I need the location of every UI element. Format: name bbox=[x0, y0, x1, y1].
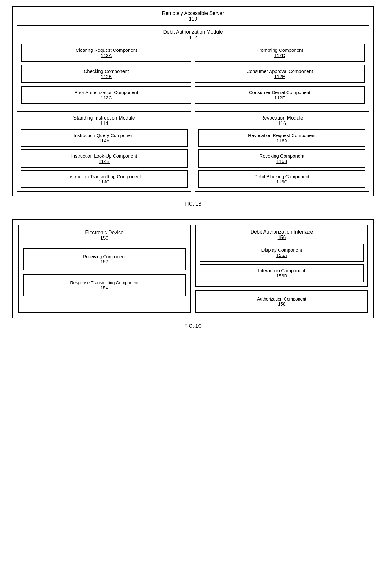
fig1c-right-col: Debit Authorization Interface 156 Displa… bbox=[195, 225, 368, 313]
component-112A: Clearing Request Component 112A bbox=[21, 44, 191, 62]
display-component-ref: 156A bbox=[204, 253, 359, 258]
receiving-component-name: Receiving Component bbox=[27, 254, 181, 259]
component-116B-name: Revoking Component bbox=[203, 153, 361, 159]
debit-auth-name: Debit Authorization Module bbox=[21, 29, 365, 35]
component-116A-name: Revocation Request Component bbox=[203, 133, 361, 138]
fig1c-label: FIG. 1C bbox=[184, 323, 202, 329]
component-112D: Prompting Component 112D bbox=[195, 44, 365, 62]
component-112E-ref: 112E bbox=[199, 74, 360, 79]
electronic-device-title: Electronic Device 150 bbox=[23, 230, 186, 241]
fig1b-label: FIG. 1B bbox=[184, 201, 201, 207]
response-transmitting-ref: 154 bbox=[27, 285, 181, 290]
receiving-component-ref: 152 bbox=[27, 259, 181, 264]
fig1c-outer-box: Electronic Device 150 Receiving Componen… bbox=[12, 219, 374, 318]
revocation-module-components: Revocation Request Component 116A Revoki… bbox=[198, 129, 365, 188]
revocation-module-name: Revocation Module bbox=[198, 115, 365, 121]
component-114B-name: Instruction Look-Up Component bbox=[25, 153, 183, 159]
debit-auth-module-box: Debit Authorization Module 112 Clearing … bbox=[17, 25, 369, 108]
debit-auth-components-grid: Clearing Request Component 112A Promptin… bbox=[21, 44, 365, 104]
electronic-device-name: Electronic Device bbox=[23, 230, 186, 235]
debit-auth-interface-components: Display Component 156A Interaction Compo… bbox=[200, 244, 364, 282]
component-114A-ref: 114A bbox=[25, 138, 183, 143]
receiving-component-box: Receiving Component 152 bbox=[23, 248, 186, 270]
component-112B-name: Checking Component bbox=[26, 69, 187, 74]
revocation-module-ref: 116 bbox=[198, 121, 365, 126]
component-114C: Instruction Transmitting Component 114C bbox=[21, 170, 188, 188]
component-112B: Checking Component 112B bbox=[21, 65, 191, 83]
response-transmitting-box: Response Transmitting Component 154 bbox=[23, 274, 186, 296]
server-ref: 110 bbox=[17, 16, 369, 22]
fig1c-section: Electronic Device 150 Receiving Componen… bbox=[12, 219, 374, 329]
standing-instruction-module: Standing Instruction Module 114 Instruct… bbox=[17, 111, 191, 192]
debit-auth-ref: 112 bbox=[21, 35, 365, 40]
standing-module-title: Standing Instruction Module 114 bbox=[21, 115, 188, 126]
component-116C-ref: 116C bbox=[203, 179, 361, 184]
standing-module-name: Standing Instruction Module bbox=[21, 115, 188, 121]
modules-row: Standing Instruction Module 114 Instruct… bbox=[17, 111, 369, 192]
component-112E: Consumer Approval Component 112E bbox=[195, 65, 365, 83]
page-container: Remotely Accessible Server 110 Debit Aut… bbox=[12, 6, 374, 329]
component-112A-name: Clearing Request Component bbox=[26, 47, 187, 53]
component-114C-ref: 114C bbox=[25, 179, 183, 184]
display-component-name: Display Component bbox=[204, 247, 359, 253]
debit-auth-interface-ref: 156 bbox=[200, 235, 364, 240]
electronic-device-box: Electronic Device 150 Receiving Componen… bbox=[18, 225, 191, 313]
component-114A-name: Instruction Query Component bbox=[25, 133, 183, 138]
component-112C: Prior Authorization Component 112C bbox=[21, 86, 191, 104]
component-112F-ref: 112F bbox=[199, 95, 360, 100]
component-112D-name: Prompting Component bbox=[199, 47, 360, 53]
component-112C-ref: 112C bbox=[26, 95, 187, 100]
revocation-module-title: Revocation Module 116 bbox=[198, 115, 365, 126]
component-116B-ref: 116B bbox=[203, 159, 361, 164]
server-name: Remotely Accessible Server bbox=[17, 11, 369, 16]
interaction-component-ref: 156B bbox=[204, 273, 359, 278]
component-112F-name: Consumer Denial Component bbox=[199, 90, 360, 95]
component-112B-ref: 112B bbox=[26, 74, 187, 79]
component-114A: Instruction Query Component 114A bbox=[21, 129, 188, 147]
component-112E-name: Consumer Approval Component bbox=[199, 69, 360, 74]
component-114C-name: Instruction Transmitting Component bbox=[25, 174, 183, 179]
debit-auth-title: Debit Authorization Module 112 bbox=[21, 29, 365, 40]
revocation-module: Revocation Module 116 Revocation Request… bbox=[195, 111, 369, 192]
display-component-box: Display Component 156A bbox=[200, 244, 364, 262]
standing-module-ref: 114 bbox=[21, 121, 188, 126]
component-114B: Instruction Look-Up Component 114B bbox=[21, 149, 188, 168]
authorization-component-box: Authorization Component 158 bbox=[195, 290, 368, 313]
component-116A: Revocation Request Component 116A bbox=[198, 129, 365, 147]
server-outer-box: Remotely Accessible Server 110 Debit Aut… bbox=[12, 6, 374, 196]
component-116C-name: Debit Blocking Component bbox=[203, 174, 361, 179]
interaction-component-box: Interaction Component 156B bbox=[200, 264, 364, 282]
component-112F: Consumer Denial Component 112F bbox=[195, 86, 365, 104]
component-112C-name: Prior Authorization Component bbox=[26, 90, 187, 95]
component-112A-ref: 112A bbox=[26, 53, 187, 58]
authorization-component-ref: 158 bbox=[202, 301, 362, 306]
server-title: Remotely Accessible Server 110 bbox=[17, 11, 369, 22]
debit-auth-interface-box: Debit Authorization Interface 156 Displa… bbox=[195, 225, 368, 287]
component-116C: Debit Blocking Component 116C bbox=[198, 170, 365, 188]
authorization-component-name: Authorization Component bbox=[202, 296, 362, 301]
fig1b-section: Remotely Accessible Server 110 Debit Aut… bbox=[12, 6, 374, 207]
electronic-device-ref: 150 bbox=[23, 235, 186, 241]
standing-module-components: Instruction Query Component 114A Instruc… bbox=[21, 129, 188, 188]
component-112D-ref: 112D bbox=[199, 53, 360, 58]
debit-auth-interface-name: Debit Authorization Interface bbox=[200, 229, 364, 235]
debit-auth-interface-title: Debit Authorization Interface 156 bbox=[200, 229, 364, 240]
component-116A-ref: 116A bbox=[203, 138, 361, 143]
interaction-component-name: Interaction Component bbox=[204, 268, 359, 273]
component-116B: Revoking Component 116B bbox=[198, 149, 365, 168]
component-114B-ref: 114B bbox=[25, 159, 183, 164]
response-transmitting-name: Response Transmitting Component bbox=[27, 280, 181, 285]
